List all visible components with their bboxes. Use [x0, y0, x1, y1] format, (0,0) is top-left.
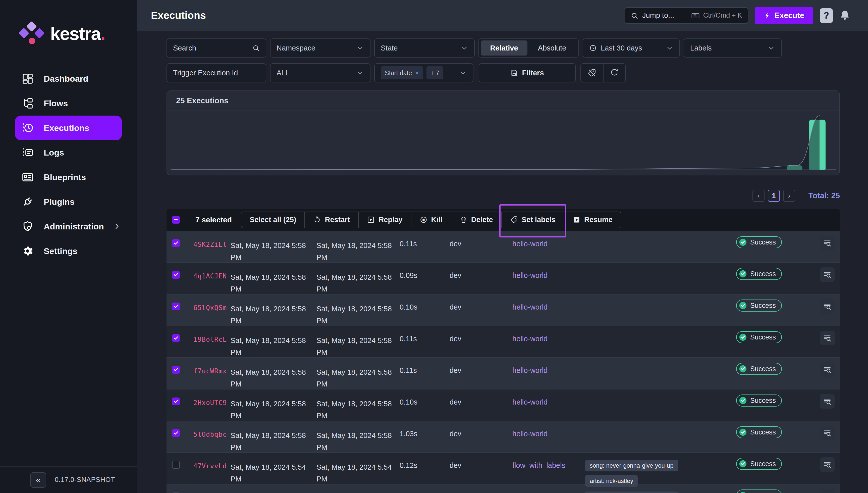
current-page-button[interactable]: 1: [768, 190, 780, 202]
notifications-bell-icon[interactable]: [839, 9, 850, 22]
administration-icon: [22, 220, 34, 232]
execution-id-link[interactable]: 5lOdbqbc: [193, 421, 230, 452]
restart-button[interactable]: Restart: [305, 212, 358, 228]
resume-button[interactable]: Resume: [564, 212, 621, 228]
row-checkbox[interactable]: [172, 239, 180, 247]
row-checkbox[interactable]: [172, 334, 180, 342]
start-date-chip[interactable]: Start date×: [381, 66, 423, 80]
flow-link[interactable]: hello-world: [512, 263, 585, 294]
table-row[interactable]: f7ucWRmx Sat, May 18, 2024 5:58 PM Sat, …: [166, 357, 840, 389]
table-row[interactable]: 65lQxQSm Sat, May 18, 2024 5:58 PM Sat, …: [166, 294, 840, 326]
date-range-dropdown[interactable]: Last 30 days: [583, 39, 680, 58]
namespace-cell: dev: [450, 485, 512, 493]
dashboard-icon: [22, 72, 34, 85]
row-overview-icon[interactable]: [820, 331, 834, 345]
execution-id-link[interactable]: 2HxoUTC9: [193, 389, 230, 421]
row-checkbox[interactable]: [172, 429, 180, 437]
jump-to-input[interactable]: [642, 11, 690, 20]
sidebar-item-administration[interactable]: Administration: [0, 214, 137, 239]
table-row[interactable]: 4q1ACJEN Sat, May 18, 2024 5:58 PM Sat, …: [166, 262, 840, 294]
kestra-logo-icon: [20, 22, 44, 46]
execution-id-link[interactable]: 47VrvvLd: [193, 453, 230, 484]
table-row[interactable]: 5lOdbqbc Sat, May 18, 2024 5:58 PM Sat, …: [166, 421, 840, 452]
sidebar-footer: « 0.17.0-SNAPSHOT: [0, 466, 137, 493]
row-checkbox[interactable]: [172, 398, 180, 405]
flow-link[interactable]: flow_with_labels: [512, 485, 585, 493]
row-overview-icon[interactable]: [820, 457, 834, 472]
row-overview-icon[interactable]: [820, 267, 834, 282]
sidebar-item-flows[interactable]: Flows: [0, 91, 137, 115]
row-overview-icon[interactable]: [820, 299, 834, 314]
row-checkbox[interactable]: [172, 302, 180, 310]
sidebar-collapse-button[interactable]: «: [30, 472, 46, 488]
row-checkbox[interactable]: [172, 366, 180, 374]
prev-page-button[interactable]: ‹: [753, 190, 764, 202]
status-cell: Success: [736, 263, 820, 294]
flow-link[interactable]: hello-world: [512, 326, 585, 357]
row-checkbox[interactable]: [172, 271, 180, 279]
flow-link[interactable]: hello-world: [512, 231, 585, 262]
jump-to-search[interactable]: Ctrl/Cmd + K: [625, 7, 748, 24]
select-all-checkbox[interactable]: [172, 216, 180, 223]
row-overview-icon[interactable]: [820, 362, 834, 377]
row-overview-icon[interactable]: [820, 236, 834, 250]
sidebar-item-blueprints[interactable]: Blueprints: [0, 165, 137, 190]
save-filters-button[interactable]: Filters: [479, 63, 576, 82]
flow-link[interactable]: hello-world: [512, 389, 585, 421]
clear-labels-icon[interactable]: [581, 64, 603, 82]
execution-id-link[interactable]: 4abviYUw: [193, 485, 230, 493]
trigger-execution-id-filter[interactable]: [166, 63, 266, 82]
table-row[interactable]: 4SK2ZiLl Sat, May 18, 2024 5:58 PM Sat, …: [166, 231, 840, 262]
flow-link[interactable]: hello-world: [512, 421, 585, 452]
executions-chart[interactable]: [167, 111, 839, 175]
table-rows: 4SK2ZiLl Sat, May 18, 2024 5:58 PM Sat, …: [166, 231, 840, 493]
table-row[interactable]: 4abviYUw Sat, May 18, 2024 5:54 PM Sat, …: [166, 484, 840, 493]
delete-button[interactable]: Delete: [451, 212, 501, 228]
state-dropdown[interactable]: State: [374, 39, 475, 58]
columns-dropdown[interactable]: Start date× + 7: [374, 63, 473, 82]
labels-dropdown[interactable]: Labels: [684, 39, 782, 58]
resume-icon: [573, 216, 580, 223]
search-input[interactable]: [173, 44, 252, 52]
help-button[interactable]: ?: [820, 8, 833, 23]
replay-button[interactable]: Replay: [358, 212, 410, 228]
relative-toggle[interactable]: Relative: [481, 40, 528, 56]
next-page-button[interactable]: ›: [783, 190, 795, 202]
row-overview-icon[interactable]: [820, 394, 834, 409]
sidebar-item-plugins[interactable]: Plugins: [0, 190, 137, 214]
search-filter[interactable]: [166, 39, 266, 58]
absolute-toggle[interactable]: Absolute: [528, 40, 577, 56]
end-date-cell: Sat, May 18, 2024 5:58 PM: [316, 263, 400, 294]
execution-id-link[interactable]: 65lQxQSm: [193, 295, 230, 326]
scope-dropdown[interactable]: ALL: [270, 63, 371, 82]
sidebar: kestra. DashboardFlowsExecutionsLogsBlue…: [0, 0, 137, 493]
select-all-25--button[interactable]: Select all (25): [241, 212, 305, 228]
row-overview-icon[interactable]: [820, 426, 834, 440]
execution-id-link[interactable]: 4SK2ZiLl: [193, 231, 230, 262]
status-cell: Success: [736, 295, 820, 326]
table-row[interactable]: 19BolRcL Sat, May 18, 2024 5:58 PM Sat, …: [166, 326, 840, 357]
execution-id-link[interactable]: 4q1ACJEN: [193, 263, 230, 294]
more-columns-chip[interactable]: + 7: [426, 66, 443, 80]
refresh-icon[interactable]: [603, 64, 625, 82]
execute-button[interactable]: Execute: [755, 7, 813, 24]
flow-link[interactable]: hello-world: [512, 358, 585, 389]
set-labels-button[interactable]: Set labels: [501, 212, 564, 228]
namespace-dropdown[interactable]: Namespace: [270, 39, 371, 58]
table-row[interactable]: 47VrvvLd Sat, May 18, 2024 5:54 PM Sat, …: [166, 452, 840, 484]
execution-id-link[interactable]: f7ucWRmx: [193, 358, 230, 389]
flow-link[interactable]: hello-world: [512, 295, 585, 326]
table-row[interactable]: 2HxoUTC9 Sat, May 18, 2024 5:58 PM Sat, …: [166, 389, 840, 421]
remove-chip-icon[interactable]: ×: [415, 69, 419, 77]
row-checkbox[interactable]: [172, 461, 180, 469]
kestra-logo[interactable]: kestra.: [0, 0, 137, 46]
row-overview-icon[interactable]: [820, 489, 834, 493]
flow-link[interactable]: flow_with_labels: [512, 453, 585, 484]
execution-id-link[interactable]: 19BolRcL: [193, 326, 230, 357]
sidebar-item-logs[interactable]: Logs: [0, 140, 137, 165]
sidebar-item-executions[interactable]: Executions: [15, 115, 122, 140]
sidebar-item-dashboard[interactable]: Dashboard: [0, 66, 137, 91]
trigger-execution-id-input[interactable]: [173, 69, 260, 77]
kill-button[interactable]: Kill: [411, 212, 451, 228]
sidebar-item-settings[interactable]: Settings: [0, 239, 137, 263]
